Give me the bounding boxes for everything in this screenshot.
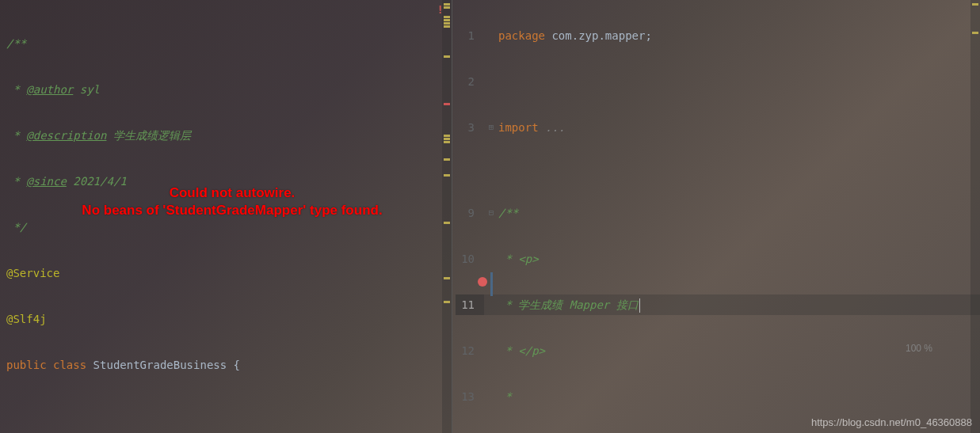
line-number: 13 bbox=[456, 386, 484, 407]
line-number: 11 bbox=[456, 294, 484, 315]
line-number: 2 bbox=[456, 71, 484, 92]
right-editor-pane[interactable]: 1package com.zyp.mapper; 2 3⊞import ... … bbox=[452, 0, 980, 433]
slf4j-annotation: @Slf4j bbox=[6, 309, 452, 329]
line-number: 3 bbox=[456, 117, 484, 138]
right-code-area[interactable]: 1package com.zyp.mapper; 2 3⊞import ... … bbox=[452, 0, 980, 433]
author-tag: @author bbox=[26, 83, 73, 96]
line-number: 9 bbox=[456, 203, 484, 223]
text-cursor bbox=[639, 298, 640, 313]
right-minimap[interactable] bbox=[970, 0, 980, 433]
class-declaration: StudentGradeBusiness { bbox=[93, 359, 240, 371]
split-editor: ! Could not autowire. No beans of 'Stude… bbox=[0, 0, 980, 433]
left-editor-pane[interactable]: ! Could not autowire. No beans of 'Stude… bbox=[0, 0, 452, 433]
error-gutter-icon[interactable]: ! bbox=[437, 3, 444, 16]
comment-end: */ bbox=[6, 217, 452, 237]
collapsed-imports[interactable]: ... bbox=[545, 121, 565, 134]
left-minimap[interactable] bbox=[442, 0, 452, 433]
breakpoint-icon[interactable] bbox=[478, 277, 487, 287]
error-tooltip: Could not autowire. No beans of 'Student… bbox=[38, 184, 426, 219]
description-tag: @description bbox=[26, 129, 106, 142]
line-number: 1 bbox=[456, 25, 484, 46]
watermark: https://blog.csdn.net/m0_46360888 bbox=[811, 416, 972, 428]
line-number: 12 bbox=[456, 340, 484, 361]
line-number: 10 bbox=[456, 249, 484, 269]
fold-icon[interactable]: ⊞ bbox=[484, 117, 498, 138]
service-annotation: @Service bbox=[6, 263, 452, 283]
fold-icon[interactable]: ⊟ bbox=[484, 203, 498, 223]
zoom-level[interactable]: 100 % bbox=[906, 343, 932, 354]
class-description: * 学生成绩 Mapper 接口 bbox=[498, 298, 639, 311]
package-statement: com.zyp.mapper; bbox=[551, 29, 651, 42]
comment-start: /** bbox=[6, 33, 452, 54]
